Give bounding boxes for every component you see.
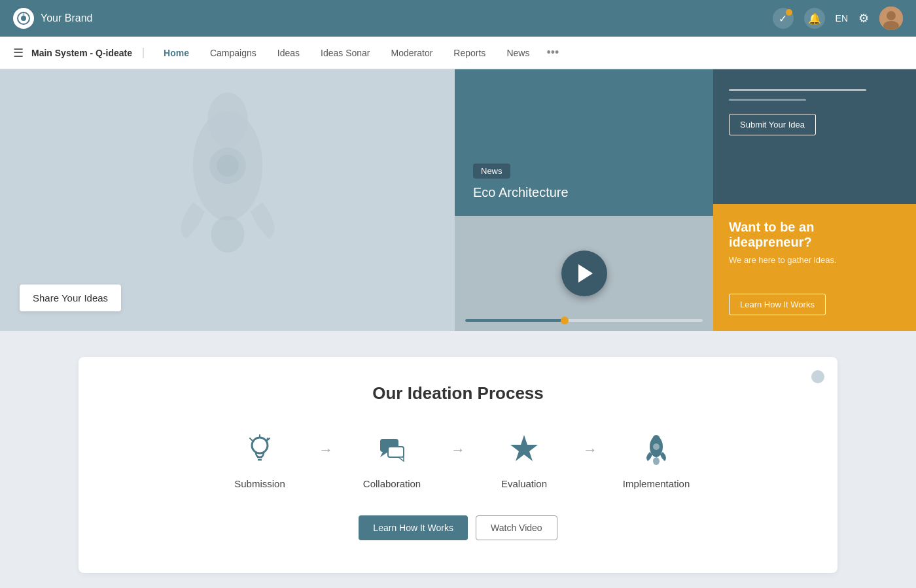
svg-point-22 [653, 457, 660, 465]
nav-item-ideas[interactable]: Ideas [268, 44, 309, 62]
step-label-collaboration: Collaboration [363, 478, 421, 489]
nav-item-moderator[interactable]: Moderator [382, 44, 442, 62]
process-card: Our Ideation Process ✦ [79, 357, 837, 573]
nav-more-btn[interactable]: ••• [541, 46, 564, 60]
svg-point-21 [653, 443, 660, 450]
ideapreneur-subtitle: We are here to gather ideas. [729, 255, 900, 265]
svg-point-6 [207, 92, 248, 147]
process-steps: ✦ Submission → Collaboration [111, 430, 805, 489]
rocket-small-icon [639, 432, 673, 466]
svg-marker-18 [510, 435, 538, 461]
watch-video-button[interactable]: Watch Video [476, 515, 557, 540]
topbar-actions: ✓ 🔔 EN ⚙ [773, 7, 903, 30]
ideapreneur-content: Want to be an ideapreneur? We are here t… [729, 220, 900, 265]
rocket-container [136, 92, 319, 278]
brand-logo-icon [16, 11, 31, 26]
svg-point-9 [211, 216, 243, 252]
chat-bubbles-icon [375, 432, 409, 466]
arrow-1: → [312, 441, 340, 458]
settings-icon-btn[interactable]: ⚙ [858, 11, 869, 26]
process-section: Our Ideation Process ✦ [0, 331, 916, 588]
learn-how-works-process-button[interactable]: Learn How It Works [359, 515, 468, 540]
user-avatar[interactable] [879, 7, 903, 30]
arrow-2: → [444, 441, 472, 458]
news-badge: News [473, 164, 510, 179]
nav-item-news[interactable]: News [497, 44, 538, 62]
evaluation-icon [504, 430, 544, 469]
play-triangle-icon [578, 264, 593, 283]
news-title: Eco Architecture [473, 185, 695, 200]
svg-marker-17 [398, 457, 404, 461]
panel-line-short [729, 99, 806, 101]
avatar-image [879, 7, 903, 30]
check-icon-btn[interactable]: ✓ [773, 8, 794, 29]
rocket-icon [136, 92, 319, 275]
hero-video-panel [455, 216, 713, 331]
submission-icon: ✦ [240, 430, 279, 469]
star-icon [507, 432, 541, 466]
process-step-submission: ✦ Submission [207, 430, 312, 489]
process-card-dot [811, 370, 824, 383]
video-play-button[interactable] [561, 251, 607, 296]
bell-icon: 🔔 [808, 12, 821, 25]
notification-badge [786, 9, 792, 16]
svg-marker-15 [380, 452, 388, 457]
brand-icon [13, 8, 34, 29]
svg-point-3 [887, 11, 896, 20]
brand-name: Your Brand [41, 12, 92, 24]
step-label-evaluation: Evaluation [501, 478, 547, 489]
nav-item-reports[interactable]: Reports [444, 44, 495, 62]
nav-item-home[interactable]: Home [154, 44, 198, 62]
process-step-collaboration: Collaboration [340, 430, 444, 489]
lightbulb-icon: ✦ [243, 432, 277, 466]
submit-idea-button[interactable]: Submit Your Idea [729, 114, 816, 135]
nav-item-ideas-sonar[interactable]: Ideas Sonar [311, 44, 379, 62]
bell-icon-btn[interactable]: 🔔 [804, 8, 825, 29]
hamburger-icon[interactable]: ☰ [13, 46, 24, 60]
collaboration-icon [372, 430, 412, 469]
learn-how-works-button[interactable]: Learn How It Works [729, 294, 826, 315]
nav-items: Home Campaigns Ideas Ideas Sonar Moderat… [154, 44, 903, 62]
svg-rect-16 [388, 447, 404, 457]
hero-side-panel: Submit Your Idea Want to be an ideaprene… [713, 69, 916, 331]
panel-top: Submit Your Idea [713, 69, 916, 204]
process-title: Our Ideation Process [111, 383, 805, 404]
hero-news-panel: News Eco Architecture [455, 69, 713, 216]
step-label-submission: Submission [234, 478, 285, 489]
process-step-evaluation: Evaluation [472, 430, 576, 489]
navbar: ☰ Main System - Q-ideate Home Campaigns … [0, 37, 916, 69]
hero-right: News Eco Architecture [455, 69, 916, 331]
process-buttons: Learn How It Works Watch Video [111, 515, 805, 540]
video-progress-bar[interactable] [465, 319, 703, 322]
step-label-implementation: Implementation [623, 478, 690, 489]
svg-point-8 [217, 154, 239, 177]
hero-left-panel: Share Your Ideas [0, 69, 455, 331]
process-step-implementation: Implementation [604, 430, 709, 489]
implementation-icon [637, 430, 676, 469]
nav-item-campaigns[interactable]: Campaigns [201, 44, 266, 62]
panel-bottom-orange: Want to be an ideapreneur? We are here t… [713, 204, 916, 331]
svg-text:✦: ✦ [265, 436, 270, 443]
panel-line-long [729, 89, 866, 91]
ideapreneur-title: Want to be an ideapreneur? [729, 220, 900, 250]
topbar: Your Brand ✓ 🔔 EN ⚙ [0, 0, 916, 37]
language-selector[interactable]: EN [836, 13, 848, 24]
brand: Your Brand [13, 8, 92, 29]
video-progress-dot [561, 317, 569, 324]
arrow-3: → [576, 441, 604, 458]
system-name: Main System - Q-ideate [31, 48, 144, 58]
share-ideas-button[interactable]: Share Your Ideas [20, 285, 121, 311]
video-progress-fill [465, 319, 565, 322]
hero-section: Share Your Ideas News Eco Architecture [0, 69, 916, 331]
